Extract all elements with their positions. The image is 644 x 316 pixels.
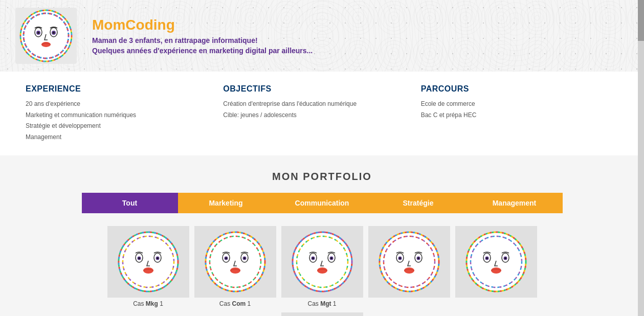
experience-column: EXPERIENCE 20 ans d'expérience Marketing… [26, 84, 223, 143]
objectifs-item: Création d'entreprise dans l'éducation n… [223, 99, 410, 110]
parcours-list: Ecole de commerce Bac C et prépa HEC [421, 99, 608, 121]
filter-strategie-button[interactable]: Stratégie [370, 193, 467, 213]
filter-tout-button[interactable]: Tout [82, 193, 178, 213]
portfolio-plate-svg [373, 229, 445, 295]
svg-point-84 [504, 258, 506, 260]
scrollbar-thumb[interactable] [638, 0, 644, 41]
svg-point-59 [317, 267, 327, 274]
svg-point-6 [19, 9, 73, 63]
filter-buttons-group: Tout Marketing Communication Stratégie M… [82, 193, 563, 213]
svg-point-32 [157, 258, 159, 260]
portfolio-item-img [281, 226, 363, 298]
portfolio-item-img [368, 226, 450, 298]
experience-item: Marketing et communication numériques [26, 110, 213, 121]
portfolio-item-mkg1[interactable]: Cas Mkg 1 [107, 226, 189, 307]
avatar-plate [18, 8, 74, 64]
experience-item: Stratégie et développement [26, 121, 213, 132]
portfolio-item-label: Cas Com 1 [194, 300, 276, 307]
svg-point-45 [243, 258, 246, 260]
objectifs-list: Création d'entreprise dans l'éducation n… [223, 99, 410, 121]
experience-item: Management [26, 132, 213, 143]
portfolio-plate-svg [286, 229, 358, 295]
parcours-column: PARCOURS Ecole de commerce Bac C et prép… [421, 84, 618, 143]
svg-point-46 [230, 267, 240, 274]
parcours-item: Ecole de commerce [421, 99, 608, 110]
svg-point-29 [138, 258, 140, 260]
experience-list: 20 ans d'expérience Marketing et communi… [26, 99, 213, 143]
svg-point-85 [491, 267, 501, 274]
portfolio-title: MON PORTFOLIO [10, 171, 634, 183]
svg-point-33 [143, 267, 153, 274]
experience-heading: EXPERIENCE [26, 84, 213, 94]
svg-point-16 [37, 32, 39, 34]
experience-item: 20 ans d'expérience [26, 99, 213, 110]
svg-point-81 [486, 258, 488, 260]
portfolio-plate-svg [199, 229, 271, 295]
svg-point-58 [330, 258, 332, 260]
objectifs-heading: OBJECTIFS [223, 84, 410, 94]
portfolio-item-mgt1[interactable]: Cas Mgt 1 [281, 226, 363, 307]
scrollbar[interactable] [638, 0, 644, 316]
objectifs-column: OBJECTIFS Création d'entreprise dans l'é… [223, 84, 420, 143]
portfolio-item-label: Cas Mkg 1 [107, 300, 189, 307]
header-text-block: MomCoding Maman de 3 enfants, en rattrap… [92, 17, 313, 55]
svg-point-68 [399, 258, 401, 260]
site-title: MomCoding [92, 17, 313, 33]
portfolio-item-img [455, 226, 537, 298]
avatar [15, 8, 77, 64]
svg-point-42 [225, 258, 227, 260]
filter-communication-button[interactable]: Communication [274, 193, 370, 213]
objectifs-item: Cible: jeunes / adolescents [223, 110, 410, 121]
info-section: EXPERIENCE 20 ans d'expérience Marketing… [0, 72, 644, 155]
svg-point-55 [312, 258, 314, 260]
portfolio-item-mkg2[interactable] [368, 226, 450, 307]
portfolio-item-com2[interactable] [455, 226, 537, 307]
svg-point-71 [417, 258, 419, 260]
svg-point-72 [404, 267, 414, 274]
filter-management-button[interactable]: Management [467, 193, 563, 213]
svg-point-19 [53, 32, 55, 34]
filter-marketing-button[interactable]: Marketing [178, 193, 274, 213]
parcours-item: Bac C et prépa HEC [421, 110, 608, 121]
portfolio-section: MON PORTFOLIO Tout Marketing Communicati… [0, 155, 644, 316]
portfolio-grid: Cas Mkg 1 [82, 226, 563, 316]
svg-point-20 [41, 42, 51, 47]
portfolio-plate-svg [460, 229, 532, 295]
portfolio-item-img [194, 226, 276, 298]
site-subtitle1: Maman de 3 enfants, en rattrapage inform… [92, 36, 313, 44]
portfolio-item-com1[interactable]: Cas Com 1 [194, 226, 276, 307]
portfolio-item-mgt2[interactable] [281, 312, 363, 316]
portfolio-plate-svg [113, 229, 184, 295]
site-subtitle2: Quelques années d'expérience en marketin… [92, 47, 313, 55]
portfolio-item-label: Cas Mgt 1 [281, 300, 363, 307]
portfolio-item-img [107, 226, 189, 298]
page-header: MomCoding Maman de 3 enfants, en rattrap… [0, 0, 644, 72]
parcours-heading: PARCOURS [421, 84, 608, 94]
portfolio-item-img [281, 312, 363, 316]
